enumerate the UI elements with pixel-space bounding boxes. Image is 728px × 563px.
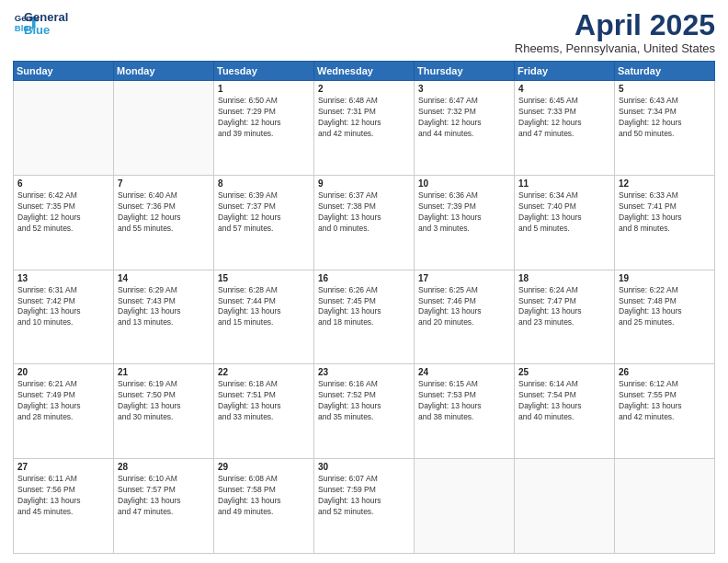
calendar-day-cell (14, 81, 114, 176)
calendar-header-cell: Tuesday (214, 62, 314, 81)
day-number: 23 (318, 367, 410, 377)
day-number: 28 (118, 462, 210, 472)
calendar-week-row: 1Sunrise: 6:50 AMSunset: 7:29 PMDaylight… (14, 81, 715, 176)
day-number: 26 (619, 367, 711, 377)
calendar-week-row: 20Sunrise: 6:21 AMSunset: 7:49 PMDayligh… (14, 364, 715, 459)
calendar-day-cell: 23Sunrise: 6:16 AMSunset: 7:52 PMDayligh… (314, 364, 415, 459)
day-number: 12 (619, 178, 711, 189)
day-info: Sunrise: 6:14 AMSunset: 7:54 PMDaylight:… (518, 379, 610, 423)
day-number: 8 (218, 178, 310, 189)
calendar-day-cell: 22Sunrise: 6:18 AMSunset: 7:51 PMDayligh… (214, 364, 314, 459)
calendar-day-cell: 29Sunrise: 6:08 AMSunset: 7:58 PMDayligh… (214, 459, 314, 554)
day-info: Sunrise: 6:25 AMSunset: 7:46 PMDaylight:… (418, 285, 510, 329)
day-number: 10 (418, 178, 510, 189)
day-info: Sunrise: 6:15 AMSunset: 7:53 PMDaylight:… (418, 379, 510, 423)
calendar-day-cell: 14Sunrise: 6:29 AMSunset: 7:43 PMDayligh… (114, 270, 214, 364)
day-number: 4 (518, 84, 610, 94)
header: General Blue General Blue April 2025 Rhe… (13, 9, 715, 55)
day-number: 30 (318, 462, 410, 472)
day-info: Sunrise: 6:47 AMSunset: 7:32 PMDaylight:… (418, 96, 510, 140)
calendar-day-cell: 5Sunrise: 6:43 AMSunset: 7:34 PMDaylight… (615, 81, 715, 176)
calendar-day-cell: 9Sunrise: 6:37 AMSunset: 7:38 PMDaylight… (314, 175, 415, 270)
calendar-header-cell: Saturday (615, 62, 715, 81)
day-info: Sunrise: 6:10 AMSunset: 7:57 PMDaylight:… (118, 474, 210, 518)
calendar-day-cell (515, 459, 615, 554)
day-number: 21 (118, 367, 210, 377)
day-number: 11 (518, 178, 610, 189)
calendar-day-cell: 25Sunrise: 6:14 AMSunset: 7:54 PMDayligh… (515, 364, 615, 459)
calendar-day-cell: 4Sunrise: 6:45 AMSunset: 7:33 PMDaylight… (515, 81, 615, 176)
calendar-day-cell (415, 459, 515, 554)
calendar-day-cell: 12Sunrise: 6:33 AMSunset: 7:41 PMDayligh… (615, 175, 715, 270)
calendar-header-cell: Thursday (415, 62, 515, 81)
day-number: 1 (218, 84, 310, 94)
calendar-header-row: SundayMondayTuesdayWednesdayThursdayFrid… (14, 62, 715, 81)
day-info: Sunrise: 6:28 AMSunset: 7:44 PMDaylight:… (218, 285, 310, 329)
day-number: 13 (17, 273, 109, 283)
calendar-week-row: 13Sunrise: 6:31 AMSunset: 7:42 PMDayligh… (14, 270, 715, 364)
day-number: 7 (118, 178, 210, 189)
calendar-day-cell: 19Sunrise: 6:22 AMSunset: 7:48 PMDayligh… (615, 270, 715, 364)
day-info: Sunrise: 6:33 AMSunset: 7:41 PMDaylight:… (619, 190, 711, 235)
calendar-body: 1Sunrise: 6:50 AMSunset: 7:29 PMDaylight… (14, 81, 715, 554)
day-info: Sunrise: 6:50 AMSunset: 7:29 PMDaylight:… (218, 96, 310, 140)
day-info: Sunrise: 6:07 AMSunset: 7:59 PMDaylight:… (318, 474, 410, 518)
day-number: 14 (118, 273, 210, 283)
day-info: Sunrise: 6:26 AMSunset: 7:45 PMDaylight:… (318, 285, 410, 329)
day-info: Sunrise: 6:08 AMSunset: 7:58 PMDaylight:… (218, 474, 310, 518)
day-info: Sunrise: 6:43 AMSunset: 7:34 PMDaylight:… (619, 96, 711, 140)
day-info: Sunrise: 6:22 AMSunset: 7:48 PMDaylight:… (619, 285, 711, 329)
day-number: 22 (218, 367, 310, 377)
calendar-day-cell: 16Sunrise: 6:26 AMSunset: 7:45 PMDayligh… (314, 270, 415, 364)
calendar-day-cell: 15Sunrise: 6:28 AMSunset: 7:44 PMDayligh… (214, 270, 314, 364)
calendar-day-cell: 20Sunrise: 6:21 AMSunset: 7:49 PMDayligh… (14, 364, 114, 459)
calendar-day-cell: 8Sunrise: 6:39 AMSunset: 7:37 PMDaylight… (214, 175, 314, 270)
calendar-day-cell: 6Sunrise: 6:42 AMSunset: 7:35 PMDaylight… (14, 175, 114, 270)
day-info: Sunrise: 6:40 AMSunset: 7:36 PMDaylight:… (118, 190, 210, 235)
calendar-day-cell: 18Sunrise: 6:24 AMSunset: 7:47 PMDayligh… (515, 270, 615, 364)
day-info: Sunrise: 6:42 AMSunset: 7:35 PMDaylight:… (17, 190, 109, 235)
calendar-day-cell: 3Sunrise: 6:47 AMSunset: 7:32 PMDaylight… (415, 81, 515, 176)
calendar-header-cell: Wednesday (314, 62, 415, 81)
calendar-day-cell (615, 459, 715, 554)
calendar-day-cell: 1Sunrise: 6:50 AMSunset: 7:29 PMDaylight… (214, 81, 314, 176)
day-info: Sunrise: 6:39 AMSunset: 7:37 PMDaylight:… (218, 190, 310, 235)
logo: General Blue General Blue (13, 9, 68, 38)
calendar-day-cell: 24Sunrise: 6:15 AMSunset: 7:53 PMDayligh… (415, 364, 515, 459)
calendar-week-row: 27Sunrise: 6:11 AMSunset: 7:56 PMDayligh… (14, 459, 715, 554)
calendar-day-cell: 13Sunrise: 6:31 AMSunset: 7:42 PMDayligh… (14, 270, 114, 364)
day-info: Sunrise: 6:45 AMSunset: 7:33 PMDaylight:… (518, 96, 610, 140)
calendar-day-cell: 17Sunrise: 6:25 AMSunset: 7:46 PMDayligh… (415, 270, 515, 364)
day-info: Sunrise: 6:18 AMSunset: 7:51 PMDaylight:… (218, 379, 310, 423)
day-info: Sunrise: 6:48 AMSunset: 7:31 PMDaylight:… (318, 96, 410, 140)
calendar-day-cell (114, 81, 214, 176)
day-number: 27 (17, 462, 109, 472)
day-number: 18 (518, 273, 610, 283)
day-number: 15 (218, 273, 310, 283)
month-title: April 2025 (515, 9, 715, 41)
calendar-header-cell: Sunday (14, 62, 114, 81)
day-info: Sunrise: 6:19 AMSunset: 7:50 PMDaylight:… (118, 379, 210, 423)
day-info: Sunrise: 6:16 AMSunset: 7:52 PMDaylight:… (318, 379, 410, 423)
day-number: 3 (418, 84, 510, 94)
day-number: 9 (318, 178, 410, 189)
calendar-day-cell: 21Sunrise: 6:19 AMSunset: 7:50 PMDayligh… (114, 364, 214, 459)
logo-text-blue: Blue (24, 24, 68, 37)
day-info: Sunrise: 6:31 AMSunset: 7:42 PMDaylight:… (17, 285, 109, 329)
calendar-day-cell: 27Sunrise: 6:11 AMSunset: 7:56 PMDayligh… (14, 459, 114, 554)
calendar-table: SundayMondayTuesdayWednesdayThursdayFrid… (13, 61, 715, 554)
day-info: Sunrise: 6:34 AMSunset: 7:40 PMDaylight:… (518, 190, 610, 235)
day-number: 6 (17, 178, 109, 189)
day-number: 5 (619, 84, 711, 94)
day-info: Sunrise: 6:36 AMSunset: 7:39 PMDaylight:… (418, 190, 510, 235)
day-info: Sunrise: 6:21 AMSunset: 7:49 PMDaylight:… (17, 379, 109, 423)
day-info: Sunrise: 6:11 AMSunset: 7:56 PMDaylight:… (17, 474, 109, 518)
calendar-day-cell: 11Sunrise: 6:34 AMSunset: 7:40 PMDayligh… (515, 175, 615, 270)
day-number: 20 (17, 367, 109, 377)
calendar-week-row: 6Sunrise: 6:42 AMSunset: 7:35 PMDaylight… (14, 175, 715, 270)
calendar-day-cell: 2Sunrise: 6:48 AMSunset: 7:31 PMDaylight… (314, 81, 415, 176)
day-number: 25 (518, 367, 610, 377)
day-info: Sunrise: 6:37 AMSunset: 7:38 PMDaylight:… (318, 190, 410, 235)
day-number: 17 (418, 273, 510, 283)
location-title: Rheems, Pennsylvania, United States (515, 41, 715, 55)
